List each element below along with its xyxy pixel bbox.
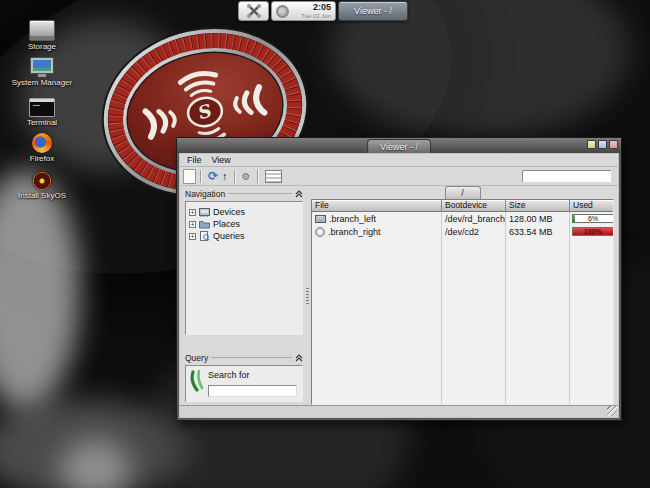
usage-bar: 6% — [572, 214, 614, 223]
list-view-button[interactable] — [265, 170, 282, 183]
file-panel: / File Bootdevice Size Used .branch_left — [311, 186, 616, 405]
column-header-bootdevice[interactable]: Bootdevice — [442, 200, 506, 212]
monitor-icon — [30, 57, 54, 74]
path-button[interactable]: / — [445, 186, 481, 199]
query-header-label: Query — [185, 353, 208, 363]
desktop-icon-label: Terminal — [0, 118, 84, 127]
tree-item-devices[interactable]: + Devices — [189, 206, 299, 218]
size-value: 128.00 MB — [509, 214, 553, 224]
desktop-icon-install-skyos[interactable]: Install SkyOS — [0, 172, 84, 200]
navigation-tree: + Devices + Places — [185, 201, 303, 335]
crossed-tools-icon — [246, 3, 262, 19]
terminal-icon — [29, 98, 55, 117]
file-name: .branch_right — [328, 227, 381, 237]
firefox-icon — [32, 133, 52, 153]
window-body: File View ⟳ ↑ ⚙ Naviga — [179, 153, 619, 418]
storage-drive-icon — [29, 20, 55, 41]
collapse-chevron-icon[interactable] — [295, 190, 303, 198]
cd-disc-icon — [315, 227, 325, 237]
column-gridline — [505, 212, 506, 404]
refresh-icon: ⟳ — [208, 169, 218, 183]
menu-view[interactable]: View — [208, 155, 235, 165]
skyos-installer-icon — [33, 172, 51, 190]
usage-label: 6% — [573, 215, 613, 222]
settings-button[interactable]: ⚙ — [240, 170, 253, 183]
search-box[interactable] — [522, 170, 612, 183]
blank-page-icon[interactable] — [183, 169, 196, 184]
resize-grip[interactable] — [607, 406, 617, 416]
toolbar: ⟳ ↑ ⚙ — [180, 167, 618, 186]
taskbar-button-viewer[interactable]: Viewer - / — [338, 1, 408, 21]
tree-item-places[interactable]: + Places — [189, 218, 299, 230]
navigation-section-header: Navigation — [185, 188, 303, 199]
close-button[interactable] — [609, 140, 618, 149]
query-section-header: Query — [185, 352, 303, 363]
topbar-launcher-button[interactable] — [238, 1, 269, 21]
file-name: .branch_left — [329, 214, 376, 224]
column-header-size[interactable]: Size — [506, 200, 570, 212]
table-row[interactable]: .branch_right /dev/cd2 633.54 MB 100% — [312, 225, 613, 238]
taskbar-button-label: Viewer - / — [354, 6, 392, 16]
minimize-button[interactable] — [587, 140, 596, 149]
size-value: 633.54 MB — [509, 227, 553, 237]
usage-bar: 100% — [572, 227, 614, 236]
desktop-icon-system-manager[interactable]: System Manager — [0, 57, 84, 87]
tree-item-label: Devices — [213, 207, 245, 217]
menu-file[interactable]: File — [183, 155, 206, 165]
tree-item-queries[interactable]: + Queries — [189, 230, 299, 242]
table-row[interactable]: .branch_left /dev/rd_branch 128.00 MB 6% — [312, 212, 613, 225]
sidebar-spacer — [185, 335, 303, 352]
query-leaf-icon — [189, 370, 206, 392]
window-content: Navigation + Devices — [182, 186, 616, 405]
clock-date: Tue 03 Jun — [292, 13, 331, 19]
up-directory-button[interactable]: ↑ — [220, 170, 230, 183]
bootdevice-value: /dev/rd_branch — [445, 214, 505, 224]
queries-icon — [199, 231, 210, 241]
column-header-used[interactable]: Used — [570, 200, 614, 212]
toolbar-separator — [257, 170, 259, 183]
desktop-icon-label: Install SkyOS — [0, 191, 84, 200]
clock-applet-icon — [276, 5, 289, 18]
maximize-button[interactable] — [598, 140, 607, 149]
devices-icon — [199, 208, 210, 217]
desktop-icon-storage[interactable]: Storage — [0, 20, 84, 51]
column-header-file[interactable]: File — [312, 200, 442, 212]
search-input[interactable] — [526, 172, 636, 181]
query-search-input[interactable] — [209, 393, 296, 403]
window-titlebar[interactable]: Viewer - / — [177, 138, 621, 153]
expander-icon[interactable]: + — [189, 221, 196, 228]
panel-splitter[interactable] — [304, 186, 311, 405]
window-title: Viewer - / — [367, 139, 431, 154]
desktop-icon-label: System Manager — [0, 78, 84, 87]
refresh-button[interactable]: ⟳ — [206, 170, 220, 183]
expander-icon[interactable]: + — [189, 233, 196, 240]
query-panel: Search for — [185, 365, 303, 402]
navigation-header-label: Navigation — [185, 189, 225, 199]
usage-label: 100% — [573, 228, 613, 235]
toolbar-separator — [200, 170, 202, 183]
places-folder-icon — [199, 220, 210, 229]
splitter-handle — [306, 288, 309, 304]
desktop-icon-terminal[interactable]: Terminal — [0, 98, 84, 127]
viewer-window: Viewer - / File View ⟳ ↑ ⚙ — [176, 137, 622, 421]
file-table: File Bootdevice Size Used .branch_left /… — [311, 199, 614, 405]
clock-time: 2:05 — [292, 3, 331, 12]
sidebar: Navigation + Devices — [182, 186, 304, 405]
tree-item-label: Places — [213, 219, 240, 229]
tree-item-label: Queries — [213, 231, 245, 241]
collapse-chevron-icon[interactable] — [295, 354, 303, 362]
table-header: File Bootdevice Size Used — [312, 200, 613, 212]
desktop-icon-firefox[interactable]: Firefox — [0, 133, 84, 163]
desktop-icon-label: Storage — [0, 42, 84, 51]
search-for-label: Search for — [208, 370, 250, 380]
topbar-clock[interactable]: 2:05 Tue 03 Jun — [271, 1, 336, 21]
bootdevice-value: /dev/cd2 — [445, 227, 479, 237]
svg-text:S: S — [197, 100, 212, 124]
up-arrow-icon: ↑ — [222, 170, 228, 182]
expander-icon[interactable]: + — [189, 209, 196, 216]
column-gridline — [569, 212, 570, 404]
ram-device-icon — [315, 215, 326, 223]
gear-icon: ⚙ — [242, 171, 251, 182]
header-rule — [211, 357, 292, 358]
column-gridline — [441, 212, 442, 404]
